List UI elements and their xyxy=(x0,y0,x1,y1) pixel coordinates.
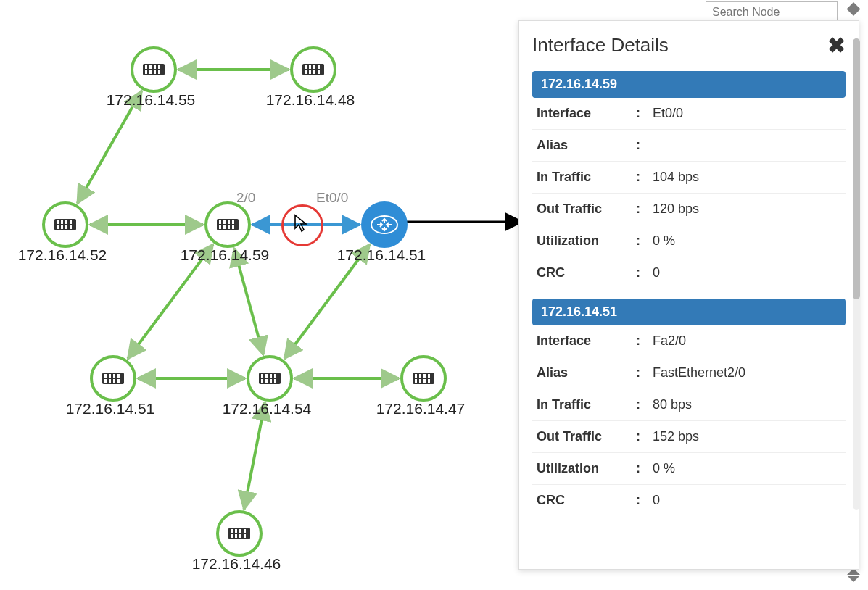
prop-value: 0 xyxy=(648,257,846,289)
outer-scroll-bottom[interactable] xyxy=(843,568,864,583)
table-row: In Traffic:80 bps xyxy=(532,389,846,421)
node-172-16-14-47[interactable] xyxy=(400,355,447,402)
prop-value: 0 % xyxy=(648,453,846,485)
panel-body: 172.16.14.59Interface:Et0/0Alias:In Traf… xyxy=(532,71,846,516)
panel-title: Interface Details xyxy=(532,34,669,57)
table-row: Utilization:0 % xyxy=(532,225,846,257)
colon: : xyxy=(628,453,648,485)
prop-key: In Traffic xyxy=(532,389,628,421)
colon: : xyxy=(628,162,648,194)
prop-table: Interface:Fa2/0Alias:FastEthernet2/0In T… xyxy=(532,325,846,516)
prop-key: In Traffic xyxy=(532,162,628,194)
colon: : xyxy=(628,485,648,517)
colon: : xyxy=(628,389,648,421)
node-label: 172.16.14.48 xyxy=(263,91,357,109)
prop-value: 0 xyxy=(648,485,846,517)
edge-label-from: 2/0 xyxy=(236,190,255,206)
table-row: Utilization:0 % xyxy=(532,453,846,485)
node-172-16-14-51[interactable] xyxy=(361,201,408,248)
edge-n54-n46[interactable] xyxy=(244,402,265,509)
router-icon xyxy=(370,210,399,239)
outer-scroll-top[interactable] xyxy=(843,1,864,17)
switch-icon xyxy=(228,528,250,539)
colon: : xyxy=(628,194,648,225)
colon: : xyxy=(628,421,648,453)
prop-value xyxy=(648,130,846,162)
colon: : xyxy=(628,257,648,289)
prop-value: 120 bps xyxy=(648,194,846,225)
node-172-16-14-52[interactable] xyxy=(42,201,88,248)
node-label: 172.16.14.51 xyxy=(63,400,157,417)
colon: : xyxy=(628,130,648,162)
node-label: 172.16.14.47 xyxy=(373,400,468,417)
prop-value: Fa2/0 xyxy=(648,325,846,357)
prop-table: Interface:Et0/0Alias:In Traffic:104 bpsO… xyxy=(532,98,846,288)
table-row: Interface:Et0/0 xyxy=(532,98,846,130)
table-row: CRC:0 xyxy=(532,485,846,517)
switch-icon xyxy=(143,64,165,75)
colon: : xyxy=(628,357,648,389)
colon: : xyxy=(628,98,648,130)
prop-key: Alias xyxy=(532,130,628,162)
node-172-16-14-59[interactable] xyxy=(204,201,251,248)
scroll-down-icon[interactable] xyxy=(847,9,860,16)
panel-scroll-thumb[interactable] xyxy=(853,38,860,299)
node-label: 172.16.14.55 xyxy=(104,91,198,109)
switch-icon xyxy=(102,373,124,384)
node-label: 172.16.14.51 xyxy=(334,246,429,264)
node-label: 172.16.14.52 xyxy=(15,246,109,264)
prop-key: CRC xyxy=(532,485,628,517)
edge-label-to: Et0/0 xyxy=(316,190,348,206)
switch-icon xyxy=(259,373,281,384)
search-input[interactable] xyxy=(706,2,837,22)
interface-details-panel: Interface Details ✖ 172.16.14.59Interfac… xyxy=(518,20,859,570)
switch-icon xyxy=(217,219,239,230)
prop-key: Alias xyxy=(532,357,628,389)
node-bar[interactable]: 172.16.14.59 xyxy=(532,71,846,98)
prop-value: FastEthernet2/0 xyxy=(648,357,846,389)
prop-key: Utilization xyxy=(532,453,628,485)
prop-key: Interface xyxy=(532,98,628,130)
node-label: 172.16.14.59 xyxy=(178,246,272,264)
prop-key: Out Traffic xyxy=(532,194,628,225)
table-row: Out Traffic:152 bps xyxy=(532,421,846,453)
table-row: In Traffic:104 bps xyxy=(532,162,846,194)
prop-key: Out Traffic xyxy=(532,421,628,453)
table-row: CRC:0 xyxy=(532,257,846,289)
prop-value: 104 bps xyxy=(648,162,846,194)
prop-value: 80 bps xyxy=(648,389,846,421)
prop-key: Interface xyxy=(532,325,628,357)
prop-value: 152 bps xyxy=(648,421,846,453)
node-172-16-14-54[interactable] xyxy=(247,355,293,402)
node-172-16-14-48[interactable] xyxy=(290,46,336,93)
prop-value: Et0/0 xyxy=(648,98,846,130)
prop-value: 0 % xyxy=(648,225,846,257)
table-row: Out Traffic:120 bps xyxy=(532,194,846,225)
colon: : xyxy=(628,325,648,357)
switch-icon xyxy=(54,219,76,230)
edge-n59-n54[interactable] xyxy=(234,249,263,354)
node-172-16-14-55[interactable] xyxy=(131,46,177,93)
table-row: Alias: xyxy=(532,130,846,162)
table-row: Interface:Fa2/0 xyxy=(532,325,846,357)
node-172-16-14-51[interactable] xyxy=(90,355,136,402)
node-label: 172.16.14.54 xyxy=(220,400,314,417)
switch-icon xyxy=(302,64,324,75)
prop-key: Utilization xyxy=(532,225,628,257)
node-bar[interactable]: 172.16.14.51 xyxy=(532,299,846,325)
prop-key: CRC xyxy=(532,257,628,289)
close-icon[interactable]: ✖ xyxy=(827,35,846,57)
panel-scrollbar[interactable] xyxy=(853,38,860,510)
scroll-down-icon[interactable] xyxy=(847,576,860,582)
node-label: 172.16.14.46 xyxy=(189,555,284,573)
table-row: Alias:FastEthernet2/0 xyxy=(532,357,846,389)
node-172-16-14-46[interactable] xyxy=(216,510,263,557)
switch-icon xyxy=(413,373,434,384)
scroll-up-icon[interactable] xyxy=(847,2,860,9)
colon: : xyxy=(628,225,648,257)
